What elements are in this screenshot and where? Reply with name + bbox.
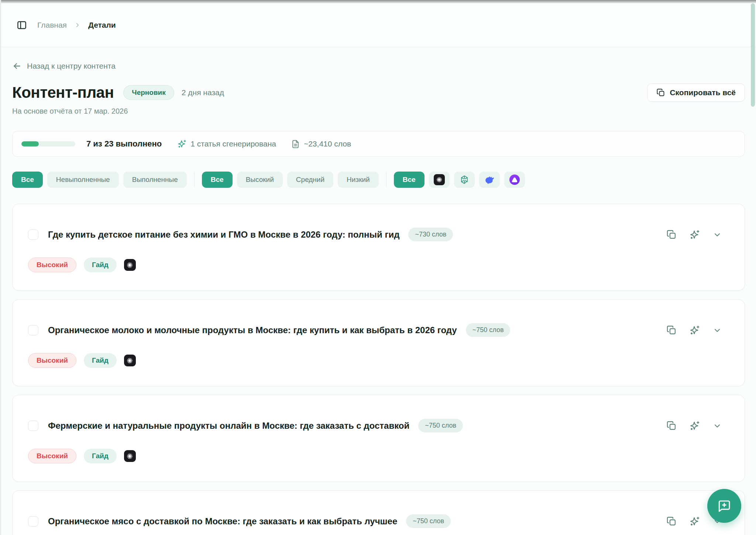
arrow-left-icon — [12, 61, 22, 71]
copy-all-label: Скопировать всё — [670, 88, 736, 97]
filter-model-claude[interactable] — [429, 172, 450, 188]
progress-summary-card: 7 из 23 выполнено 1 статья сгенерирована… — [12, 131, 745, 157]
sparkles-icon — [689, 325, 700, 336]
copy-icon — [656, 88, 665, 97]
filter-priority-high[interactable]: Высокий — [237, 172, 283, 188]
message-plus-icon — [717, 498, 732, 514]
back-to-content-hub-link[interactable]: Назад к центру контента — [12, 61, 116, 71]
word-count-badge: ~750 слов — [466, 323, 511, 337]
content-card: Органическое мясо с доставкой по Москве:… — [12, 490, 745, 535]
generated-stat-label: 1 статья сгенерирована — [190, 139, 276, 148]
generate-article-button[interactable] — [688, 228, 701, 241]
card-title: Где купить детское питание без химии и Г… — [48, 229, 399, 240]
back-link-label: Назад к центру контента — [27, 62, 116, 70]
sparkles-icon — [689, 229, 700, 240]
page-title: Контент-план — [12, 84, 114, 101]
panel-left-icon — [16, 20, 27, 31]
card-checkbox[interactable] — [28, 325, 38, 335]
priority-badge: Высокий — [28, 449, 76, 463]
generated-stat: 1 статья сгенерирована — [177, 139, 276, 149]
chevron-right-icon — [74, 22, 81, 28]
content-plan-list: Где купить детское питание без химии и Г… — [12, 204, 745, 535]
report-source-subtitle: На основе отчёта от 17 мар. 2026 — [12, 107, 745, 115]
filter-divider — [194, 172, 195, 187]
updated-timestamp: 2 дня назад — [182, 88, 224, 97]
card-checkbox[interactable] — [28, 516, 38, 527]
filter-model-openai[interactable] — [454, 172, 475, 188]
copy-icon — [666, 325, 677, 335]
progress-bar-fill — [21, 141, 39, 146]
deepseek-icon — [484, 174, 495, 185]
sparkles-icon — [177, 139, 187, 149]
filter-model-all[interactable]: Все — [394, 172, 425, 188]
card-title: Органическое молоко и молочные продукты … — [48, 325, 457, 335]
card-checkbox[interactable] — [28, 229, 38, 240]
copy-card-button[interactable] — [666, 229, 677, 241]
expand-card-button[interactable] — [712, 421, 722, 431]
chevron-down-icon — [713, 326, 722, 335]
claude-icon — [124, 355, 136, 366]
type-badge: Гайд — [84, 258, 117, 272]
filter-divider — [386, 172, 386, 187]
priority-badge: Высокий — [28, 353, 76, 368]
filter-priority-low[interactable]: Низкий — [338, 172, 379, 188]
card-checkbox[interactable] — [28, 421, 38, 431]
chevron-down-icon — [713, 230, 722, 239]
words-stat-label: ~23,410 слов — [304, 139, 351, 148]
words-stat: ~23,410 слов — [291, 139, 351, 149]
copy-card-button[interactable] — [666, 420, 677, 432]
openai-icon — [459, 175, 470, 185]
breadcrumb: Главная Детали — [37, 21, 116, 30]
filter-model-deepseek[interactable] — [479, 172, 500, 188]
status-badge: Черновик — [123, 85, 174, 100]
type-badge: Гайд — [84, 449, 117, 463]
sparkles-icon — [689, 420, 700, 431]
copy-icon — [666, 421, 677, 431]
filter-status-done[interactable]: Выполненные — [123, 172, 187, 188]
sparkles-icon — [689, 516, 700, 527]
filter-bar: Все Невыполненные Выполненные Все Высоки… — [12, 172, 745, 188]
word-count-badge: ~750 слов — [418, 419, 463, 432]
card-title: Фермерские и натуральные продукты онлайн… — [48, 421, 409, 431]
new-chat-fab[interactable] — [707, 489, 741, 523]
copy-icon — [666, 229, 677, 240]
content-card: Фермерские и натуральные продукты онлайн… — [12, 395, 745, 482]
claude-icon — [434, 174, 445, 185]
top-bar: Главная Детали — [1, 3, 756, 47]
expand-card-button[interactable] — [712, 325, 722, 335]
generate-article-button[interactable] — [688, 420, 701, 432]
scrollbar[interactable] — [751, 3, 755, 107]
copy-card-button[interactable] — [666, 515, 677, 527]
content-card: Органическое молоко и молочные продукты … — [12, 299, 745, 386]
filter-status-all[interactable]: Все — [12, 172, 43, 188]
priority-badge: Высокий — [28, 258, 76, 272]
generate-article-button[interactable] — [688, 515, 701, 528]
chevron-down-icon — [713, 421, 722, 430]
alice-icon — [509, 175, 520, 185]
word-count-badge: ~730 слов — [408, 228, 453, 241]
word-count-badge: ~750 слов — [406, 514, 451, 528]
page-header-row: Контент-план Черновик 2 дня назад Скопир… — [12, 83, 745, 102]
generate-article-button[interactable] — [688, 324, 701, 336]
type-badge: Гайд — [84, 353, 117, 368]
filter-priority-all[interactable]: Все — [202, 172, 233, 188]
window-top-edge — [1, 0, 756, 3]
claude-icon — [124, 259, 136, 271]
filter-status-pending[interactable]: Невыполненные — [47, 172, 119, 188]
expand-card-button[interactable] — [712, 229, 722, 240]
breadcrumb-home[interactable]: Главная — [37, 21, 67, 30]
progress-completed-label: 7 из 23 выполнено — [86, 139, 162, 149]
claude-icon — [124, 450, 136, 462]
progress-bar — [21, 141, 75, 146]
filter-priority-medium[interactable]: Средний — [287, 172, 333, 188]
sidebar-toggle-button[interactable] — [14, 18, 29, 32]
breadcrumb-current: Детали — [88, 21, 116, 30]
content-card: Где купить детское питание без химии и Г… — [12, 204, 745, 291]
filter-model-alice[interactable] — [504, 172, 525, 188]
document-icon — [291, 139, 300, 149]
card-title: Органическое мясо с доставкой по Москве:… — [48, 516, 397, 527]
copy-icon — [666, 516, 677, 527]
copy-card-button[interactable] — [666, 324, 677, 336]
copy-all-button[interactable]: Скопировать всё — [647, 83, 745, 102]
